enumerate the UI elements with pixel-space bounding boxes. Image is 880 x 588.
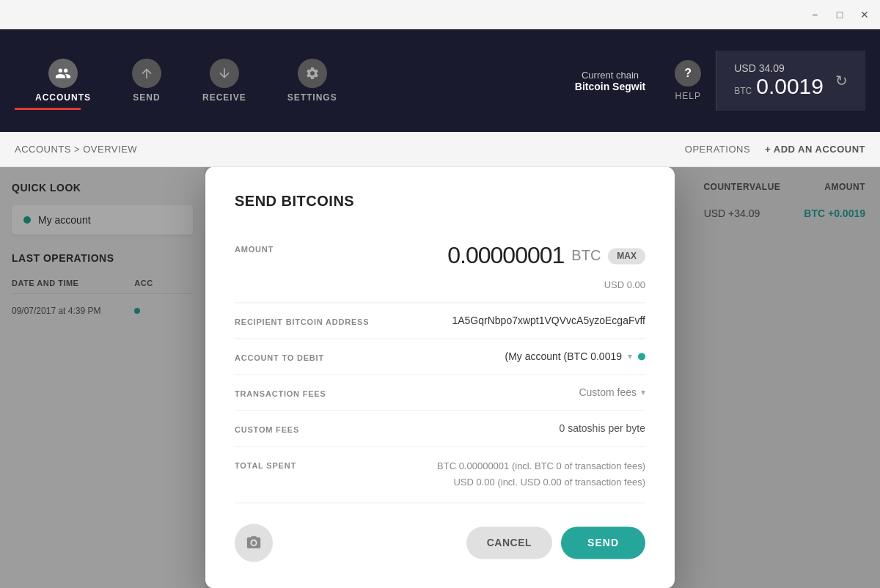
- chevron-down-icon: ▾: [628, 351, 632, 361]
- modal-title: SEND BITCOINS: [235, 193, 645, 210]
- send-bitcoins-modal: SEND BITCOINS AMOUNT 0.00000001 BTC MAX …: [205, 167, 675, 588]
- settings-label: SETTINGS: [287, 92, 337, 103]
- chain-name: Bitcoin Segwit: [575, 81, 645, 92]
- fees-value-area[interactable]: Custom fees ▾: [381, 386, 645, 398]
- add-account-button[interactable]: + ADD AN ACCOUNT: [765, 144, 865, 155]
- nav-accounts[interactable]: ACCOUNTS: [15, 51, 111, 110]
- send-label: SEND: [133, 92, 160, 103]
- help-button[interactable]: ? HELP: [660, 53, 716, 109]
- modal-footer: CANCEL SEND: [235, 524, 645, 562]
- nav-receive[interactable]: RECEIVE: [182, 51, 267, 110]
- accounts-label: ACCOUNTS: [35, 92, 91, 103]
- operations-button[interactable]: OPERATIONS: [685, 144, 750, 155]
- help-icon: ?: [675, 60, 701, 87]
- amount-label: AMOUNT: [235, 242, 367, 254]
- minimize-button[interactable]: −: [808, 8, 821, 21]
- amount-value-area: 0.00000001 BTC MAX USD 0.00: [381, 242, 645, 290]
- account-debit-row: ACCOUNT TO DEBIT (My account (BTC 0.0019…: [235, 339, 645, 375]
- balance-btc-value: 0.0019: [756, 74, 824, 99]
- recipient-row: RECIPIENT BITCOIN ADDRESS 1A5GqrNbpo7xwp…: [235, 303, 645, 339]
- send-button[interactable]: SEND: [561, 527, 645, 559]
- send-icon: [132, 59, 161, 88]
- account-select[interactable]: (My account (BTC 0.0019 ▾: [505, 350, 645, 362]
- window-chrome: − □ ✕: [0, 0, 880, 29]
- recipient-value-area: 1A5GqrNbpo7xwpt1VQVvcA5yzoEcgaFvff: [384, 315, 645, 326]
- fees-chevron-icon: ▾: [641, 387, 645, 397]
- balance-area: USD 34.09 BTC 0.0019 ↻: [716, 51, 865, 111]
- nav-settings[interactable]: SETTINGS: [267, 51, 358, 110]
- nav-send[interactable]: SEND: [111, 51, 182, 110]
- fees-label: TRANSACTION FEES: [235, 386, 367, 398]
- main-content: QUICK LOOK My account LAST OPERATIONS DA…: [0, 167, 880, 588]
- account-color-dot: [638, 353, 645, 360]
- refresh-icon[interactable]: ↻: [835, 72, 848, 89]
- max-button[interactable]: MAX: [608, 248, 645, 264]
- settings-icon: [298, 59, 327, 88]
- amount-row: AMOUNT 0.00000001 BTC MAX USD 0.00: [235, 230, 645, 303]
- close-button[interactable]: ✕: [858, 8, 871, 21]
- total-spent-value-area: BTC 0.00000001 (incl. BTC 0 of transacti…: [381, 458, 645, 490]
- breadcrumb: ACCOUNTS > OVERVIEW: [15, 144, 137, 155]
- total-spent-row: TOTAL SPENT BTC 0.00000001 (incl. BTC 0 …: [235, 446, 645, 503]
- custom-fees-label: CUSTOM FEES: [235, 422, 367, 434]
- custom-fees-row: CUSTOM FEES 0 satoshis per byte: [235, 411, 645, 446]
- custom-fees-value: 0 satoshis per byte: [559, 422, 645, 434]
- amount-currency: BTC: [571, 247, 601, 264]
- help-label: HELP: [675, 91, 701, 101]
- account-debit-value-area[interactable]: (My account (BTC 0.0019 ▾: [381, 350, 645, 362]
- total-spent-value: BTC 0.00000001 (incl. BTC 0 of transacti…: [437, 458, 645, 490]
- maximize-button[interactable]: □: [833, 8, 846, 21]
- fees-select[interactable]: Custom fees ▾: [579, 386, 645, 398]
- amount-number: 0.00000001: [447, 242, 564, 269]
- accounts-icon: [48, 59, 78, 88]
- receive-label: RECEIVE: [202, 92, 246, 103]
- fees-select-value: Custom fees: [579, 386, 637, 398]
- balance-usd: USD 34.09: [734, 62, 824, 74]
- recipient-label: RECIPIENT BITCOIN ADDRESS: [235, 315, 369, 326]
- top-nav: ACCOUNTS SEND RECEIVE SETTINGS Current c…: [0, 29, 880, 132]
- recipient-address: 1A5GqrNbpo7xwpt1VQVvcA5yzoEcgaFvff: [452, 315, 645, 326]
- breadcrumb-bar: ACCOUNTS > OVERVIEW OPERATIONS + ADD AN …: [0, 132, 880, 167]
- fees-row: TRANSACTION FEES Custom fees ▾: [235, 375, 645, 411]
- cancel-button[interactable]: CANCEL: [466, 527, 552, 559]
- account-select-value: (My account (BTC 0.0019: [505, 350, 622, 362]
- chain-info: Current chain Bitcoin Segwit: [560, 62, 660, 100]
- balance-btc-label: BTC: [734, 86, 752, 96]
- chain-label: Current chain: [575, 70, 645, 81]
- amount-usd: USD 0.00: [381, 279, 645, 290]
- custom-fees-value-area: 0 satoshis per byte: [381, 422, 645, 434]
- total-spent-line2: USD 0.00 (incl. USD 0.00 of transaction …: [437, 475, 645, 491]
- total-spent-label: TOTAL SPENT: [235, 458, 367, 470]
- total-spent-line1: BTC 0.00000001 (incl. BTC 0 of transacti…: [437, 458, 645, 474]
- receive-icon: [210, 59, 239, 88]
- camera-button[interactable]: [235, 524, 273, 562]
- account-debit-label: ACCOUNT TO DEBIT: [235, 350, 367, 362]
- footer-actions: CANCEL SEND: [466, 527, 645, 559]
